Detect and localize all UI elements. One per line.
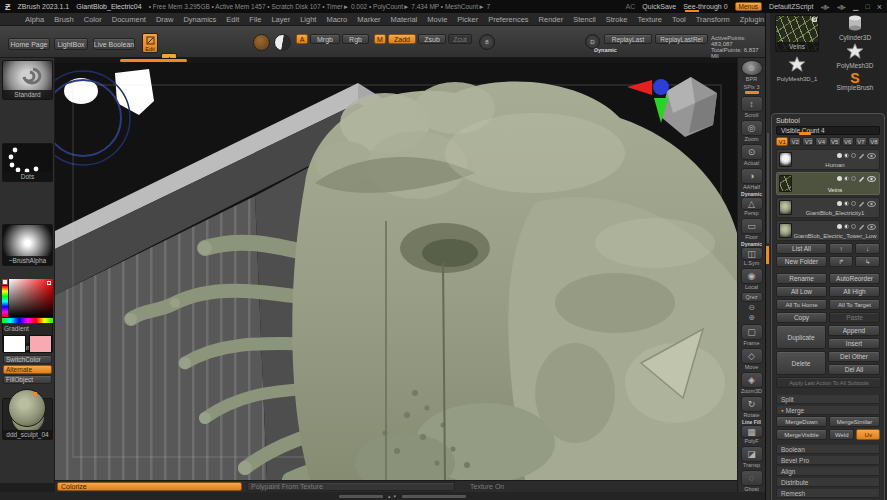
remesh-section[interactable]: Remesh — [776, 488, 880, 498]
merge-section[interactable]: ● Merge — [776, 405, 880, 415]
tool-polymesh3d-1[interactable]: PolyMesh3D_1 — [775, 56, 819, 82]
pen-icon[interactable] — [858, 200, 865, 207]
colorize-button[interactable]: Colorize — [57, 482, 242, 491]
move-to-folder-button[interactable]: ↱ — [829, 256, 854, 267]
frame-button[interactable]: ▢ Frame — [740, 324, 764, 346]
polypaint-from-texture-button[interactable]: Polypaint From Texture — [247, 482, 455, 491]
alternate-button[interactable]: Alternate — [3, 365, 52, 374]
polypaint-off-icon[interactable] — [851, 153, 856, 158]
zoom-in-button[interactable]: ⊕ — [740, 314, 764, 322]
menu-preferences[interactable]: Preferences — [483, 15, 533, 24]
aahalf-button[interactable]: ◑ AAHalf — [740, 168, 764, 190]
replay-last-rel-button[interactable]: ReplayLastRel — [655, 34, 708, 44]
persp-button[interactable]: Dynamic △ Persp — [740, 192, 764, 216]
del-other-button[interactable]: Del Other — [828, 351, 880, 362]
menu-tool[interactable]: Tool — [667, 15, 691, 24]
floor-button[interactable]: ▭ Floor — [740, 218, 764, 240]
hue-marker[interactable] — [2, 279, 8, 285]
bevel-pro-section[interactable]: Bevel Pro — [776, 455, 880, 465]
rotate3d-button[interactable]: ↻ Rotate — [740, 396, 764, 418]
menu-edit[interactable]: Edit — [221, 15, 244, 24]
move-into-folder-button[interactable]: ↳ — [855, 256, 880, 267]
zadd-toggle[interactable]: Zadd — [388, 34, 416, 44]
lsym-button[interactable]: Dynamic ◫ L.Sym — [740, 242, 764, 266]
tray-toggle-icon-1[interactable]: ◂▮▸ — [820, 3, 829, 10]
secondary-color-swatch[interactable] — [29, 335, 52, 353]
append-button[interactable]: Append — [828, 325, 880, 336]
hue-strip-horizontal[interactable] — [2, 318, 53, 323]
alpha-a-toggle[interactable]: A — [296, 34, 308, 44]
weld-button[interactable]: Weld — [829, 429, 855, 440]
polypaint-on-icon[interactable] — [837, 176, 842, 181]
boolean-section[interactable]: Boolean — [776, 444, 880, 454]
ghost-button[interactable]: ◌ Ghost — [740, 470, 764, 492]
tab-v7[interactable]: V7 — [855, 137, 867, 146]
zsub-toggle[interactable]: Zsub — [418, 34, 446, 44]
polypaint-half-icon[interactable] — [844, 224, 849, 229]
polypaint-on-icon[interactable] — [837, 201, 842, 206]
gradient-label[interactable]: Gradient — [4, 325, 29, 332]
merge-down-button[interactable]: MergeDown — [776, 416, 827, 427]
mrgb-toggle[interactable]: Mrgb — [310, 34, 340, 44]
close-icon[interactable]: × — [877, 2, 882, 12]
tray-divider-arrows[interactable]: ▲▼ — [387, 494, 398, 499]
bpr-button[interactable]: ◍ BPR — [740, 60, 764, 82]
actual-button[interactable]: ⊙ Actual — [740, 144, 764, 166]
brush-selector[interactable]: Standard — [2, 60, 53, 100]
see-through-slider[interactable]: See-through 0 — [683, 3, 727, 10]
rgb-toggle[interactable]: Rgb — [342, 34, 369, 44]
polypaint-on-icon[interactable] — [837, 153, 842, 158]
menu-light[interactable]: Light — [295, 15, 321, 24]
move3d-button[interactable]: ◇ Move — [740, 348, 764, 370]
restore-icon[interactable]: □ — [866, 3, 870, 10]
lightbox-handle[interactable] — [120, 59, 187, 62]
zoom3d-button[interactable]: ◈ Zoom3D — [740, 372, 764, 394]
stroke-selector[interactable]: Dots — [2, 143, 53, 182]
menu-draw[interactable]: Draw — [151, 15, 179, 24]
all-low-button[interactable]: All Low — [776, 286, 827, 297]
polypaint-half-icon[interactable] — [844, 201, 849, 206]
menu-dynamics[interactable]: Dynamics — [178, 15, 221, 24]
lightbox-button[interactable]: LightBox — [54, 38, 88, 50]
fill-object-button[interactable]: FillObject — [3, 375, 52, 384]
uv-button[interactable]: Uv — [856, 429, 880, 440]
menu-layer[interactable]: Layer — [266, 15, 295, 24]
polypaint-on-icon[interactable] — [837, 224, 842, 229]
menu-transform[interactable]: Transform — [691, 15, 735, 24]
tool-simplebrush[interactable]: S SimpleBrush — [823, 71, 887, 97]
tray-divider-bar-left[interactable] — [339, 495, 383, 498]
scrollbar-track-thumb[interactable] — [767, 133, 769, 243]
main-color-swatch[interactable] — [3, 335, 26, 353]
new-folder-button[interactable]: New Folder — [776, 256, 827, 267]
apply-last-action-button[interactable]: Apply Last Action To All Subtools — [776, 377, 882, 388]
zcut-toggle[interactable]: Zcut — [448, 34, 472, 44]
split-section[interactable]: Split — [776, 394, 880, 404]
zoom-out-button[interactable]: ⊖ — [740, 304, 764, 312]
tray-divider-bar-right[interactable] — [402, 495, 466, 498]
tab-v3[interactable]: V3 — [802, 137, 814, 146]
visible-count-slider[interactable]: Visible Count 4 — [776, 126, 880, 135]
tab-v2[interactable]: V2 — [789, 137, 801, 146]
live-boolean-button[interactable]: Live Boolean — [93, 38, 135, 50]
switch-color-button[interactable]: SwitchColor — [3, 355, 52, 364]
eye-icon[interactable] — [867, 176, 876, 182]
subtool-row-giantblob-tower[interactable]: GiantBlob_Electric_Tower_Low — [776, 220, 880, 241]
polypaint-off-icon[interactable] — [851, 224, 856, 229]
auto-reorder-button[interactable]: AutoReorder — [829, 273, 880, 284]
menu-movie[interactable]: Movie — [422, 15, 452, 24]
spix-thumb[interactable] — [745, 91, 759, 94]
all-to-target-button[interactable]: All To Target — [829, 299, 880, 310]
eye-icon[interactable] — [867, 201, 876, 207]
align-section[interactable]: Align — [776, 466, 880, 476]
polypaint-off-icon[interactable] — [851, 201, 856, 206]
insert-button[interactable]: Insert — [828, 338, 880, 349]
subtool-row-giantblob-electricity[interactable]: GiantBlob_Electricity1 — [776, 197, 880, 218]
menu-macro[interactable]: Macro — [321, 15, 352, 24]
menu-document[interactable]: Document — [107, 15, 151, 24]
menu-material[interactable]: Material — [386, 15, 423, 24]
default-zscript[interactable]: DefaultZScript — [769, 3, 813, 10]
polypaint-half-icon[interactable] — [844, 153, 849, 158]
tray-toggle-icon-2[interactable]: ◂▮▸ — [837, 3, 846, 10]
qrez-button[interactable]: Qrez — [740, 292, 764, 302]
viewport-scene[interactable] — [55, 63, 737, 480]
